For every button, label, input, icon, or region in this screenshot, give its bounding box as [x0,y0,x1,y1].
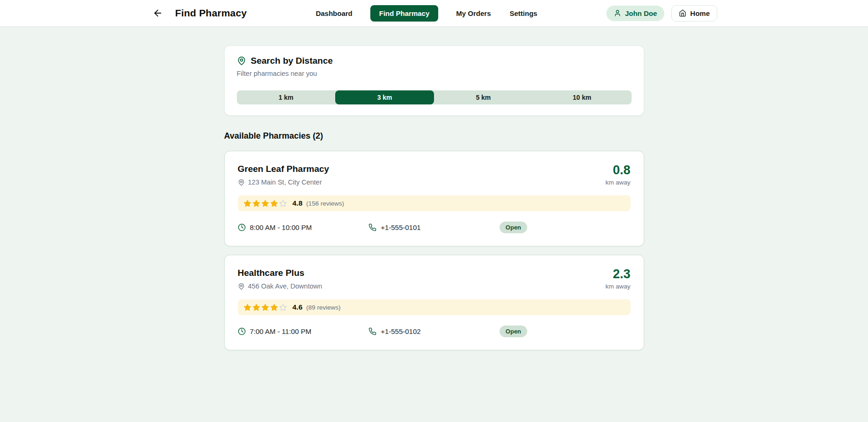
star-rating-icons [243,304,287,311]
pharmacy-card[interactable]: Healthcare Plus 456 Oak Ave, Downtown 2.… [224,255,644,350]
pharmacy-name: Healthcare Plus [238,268,323,278]
distance-unit: km away [605,179,630,186]
review-count: (156 reviews) [306,200,344,207]
status-badge: Open [500,326,527,337]
distance-value: 0.8 [605,164,630,177]
user-name: John Doe [625,9,657,17]
opening-hours: 8:00 AM - 10:00 PM [238,223,369,231]
nav-item-my-orders[interactable]: My Orders [455,5,492,22]
header: Find Pharmacy Dashboard Find Pharmacy My… [0,0,868,26]
rating-strip: 4.6 (89 reviews) [238,299,631,315]
page-title: Find Pharmacy [175,7,247,19]
nav-item-dashboard[interactable]: Dashboard [315,5,353,22]
pharmacy-address: 123 Main St, City Center [248,178,322,186]
main-content: Search by Distance Filter pharmacies nea… [224,45,644,350]
search-card-subtitle: Filter pharmacies near you [237,70,632,77]
nav-item-find-pharmacy[interactable]: Find Pharmacy [370,5,439,22]
results-heading: Available Pharmacies (2) [224,131,644,141]
opening-hours: 7:00 AM - 11:00 PM [238,327,369,335]
distance-block: 0.8 km away [605,164,630,186]
map-pin-icon [238,179,245,186]
pharmacy-name: Green Leaf Pharmacy [238,164,329,174]
header-right: John Doe Home [606,5,717,22]
user-icon [614,9,621,17]
clock-icon [238,327,246,335]
distance-option-5km[interactable]: 5 km [434,90,533,104]
distance-unit: km away [605,283,630,290]
nav-item-settings[interactable]: Settings [509,5,538,22]
hours-text: 8:00 AM - 10:00 PM [250,223,312,231]
status-badge: Open [500,222,527,233]
distance-option-1km[interactable]: 1 km [237,90,336,104]
pharmacy-address: 456 Oak Ave, Downtown [248,282,323,290]
rating-value: 4.8 [293,199,303,207]
phone-text: +1-555-0101 [381,223,421,231]
home-icon [679,9,686,17]
phone-number: +1-555-0102 [368,327,500,335]
distance-option-10km[interactable]: 10 km [533,90,632,104]
map-pin-icon [238,283,245,290]
distance-filter: 1 km 3 km 5 km 10 km [237,90,632,104]
arrow-left-icon [153,8,163,18]
phone-icon [368,223,376,231]
user-badge[interactable]: John Doe [606,6,664,21]
rating-strip: 4.8 (156 reviews) [238,195,631,211]
header-left: Find Pharmacy [151,6,247,20]
search-card-title: Search by Distance [251,56,333,66]
home-label: Home [690,9,710,17]
main-nav: Dashboard Find Pharmacy My Orders Settin… [315,5,538,22]
distance-option-3km[interactable]: 3 km [335,90,434,104]
home-button[interactable]: Home [671,5,717,22]
rating-value: 4.6 [293,303,303,311]
distance-block: 2.3 km away [605,268,630,290]
phone-number: +1-555-0101 [368,223,500,231]
phone-text: +1-555-0102 [381,327,421,335]
pharmacy-card[interactable]: Green Leaf Pharmacy 123 Main St, City Ce… [224,151,644,246]
phone-icon [368,327,376,335]
map-pin-icon [237,56,246,66]
clock-icon [238,223,246,231]
distance-value: 2.3 [605,268,630,281]
search-by-distance-card: Search by Distance Filter pharmacies nea… [224,45,644,116]
hours-text: 7:00 AM - 11:00 PM [250,327,311,335]
back-button[interactable] [151,6,165,20]
review-count: (89 reviews) [306,304,341,311]
star-rating-icons [243,200,287,207]
